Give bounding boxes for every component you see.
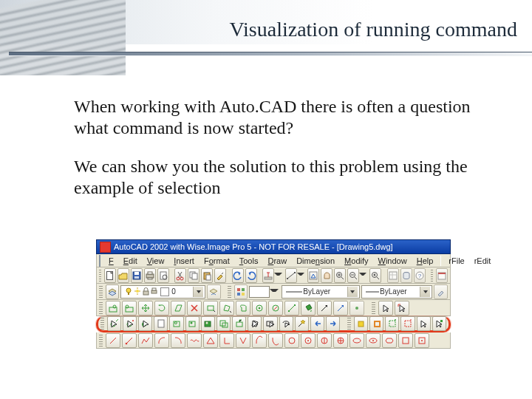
odoc-icon[interactable] (154, 316, 168, 331)
rrotate-icon[interactable] (154, 301, 169, 316)
dsq-icon[interactable] (398, 333, 413, 348)
darc3-icon[interactable] (252, 333, 267, 348)
menu-edit[interactable]: Edit (119, 256, 142, 266)
opick-add-icon[interactable] (123, 316, 137, 331)
optr-add-icon[interactable] (432, 316, 446, 331)
rselpoly-icon[interactable] (219, 301, 234, 316)
menu-redit[interactable]: rEdit (470, 256, 496, 266)
prop-icon[interactable] (387, 268, 399, 283)
rcursor-icon[interactable] (378, 301, 393, 316)
preview-icon[interactable] (157, 268, 169, 283)
toolbar-grip[interactable] (100, 318, 104, 330)
rgrab3-icon[interactable] (268, 301, 283, 316)
obox-o-icon[interactable] (369, 316, 383, 331)
save-icon[interactable] (131, 268, 143, 283)
system-menu-icon[interactable] (99, 255, 100, 267)
layer-prev-icon[interactable] (207, 284, 221, 299)
rbucket-icon[interactable] (301, 301, 316, 316)
open-icon[interactable] (117, 268, 129, 283)
undo-icon[interactable] (232, 268, 244, 283)
rmove-icon[interactable] (138, 301, 153, 316)
cut-icon[interactable] (174, 268, 186, 283)
dshapeL-icon[interactable] (219, 333, 234, 348)
copy-icon[interactable] (188, 268, 200, 283)
rskew-icon[interactable] (171, 301, 185, 316)
dhex-icon[interactable] (382, 333, 397, 348)
oadd-sel-icon[interactable] (385, 316, 399, 331)
today-icon[interactable] (436, 268, 448, 283)
snap-icon[interactable] (262, 268, 274, 283)
omask-out-icon[interactable] (201, 316, 215, 331)
toolbar-grip[interactable] (372, 302, 375, 314)
dell-icon[interactable] (349, 333, 364, 348)
omask-icon[interactable] (169, 316, 183, 331)
orect-icon[interactable] (263, 316, 277, 331)
snap-dropdown-icon[interactable] (274, 273, 282, 279)
orm-sel-icon[interactable] (400, 316, 415, 331)
toolbar-grip-2[interactable] (431, 270, 433, 282)
dwave-icon[interactable] (187, 333, 202, 348)
linetype-dropdown-icon[interactable] (347, 287, 358, 297)
menu-help[interactable]: Help (412, 256, 438, 266)
darc4-icon[interactable] (268, 333, 283, 348)
redraw-icon[interactable] (307, 268, 319, 283)
opoly-icon[interactable] (248, 316, 262, 331)
dell2-icon[interactable] (366, 333, 381, 348)
dcircle3-icon[interactable] (317, 333, 332, 348)
dcircle4-icon[interactable] (333, 333, 348, 348)
menu-view[interactable]: View (143, 256, 169, 266)
dray-icon[interactable] (122, 333, 137, 348)
dist-icon[interactable] (285, 268, 297, 283)
layer-mgr-icon[interactable] (106, 284, 120, 299)
dist-dropdown-icon[interactable] (297, 273, 304, 279)
dpoly-icon[interactable] (138, 333, 153, 348)
rdetect2-icon[interactable] (122, 301, 137, 316)
dline-icon[interactable] (106, 333, 120, 348)
dsq2-icon[interactable] (415, 333, 429, 348)
redo-icon[interactable] (245, 268, 257, 283)
plotstyle-icon[interactable] (434, 284, 448, 299)
color-dlg-icon[interactable] (234, 284, 248, 299)
rvec-icon[interactable] (317, 301, 332, 316)
pan-icon[interactable] (321, 268, 332, 283)
dshapeV-icon[interactable] (236, 333, 250, 348)
dbconn-icon[interactable] (400, 268, 412, 283)
rdetect-icon[interactable] (106, 301, 120, 316)
menu-window[interactable]: Window (374, 256, 412, 266)
menu-modify[interactable]: Modify (340, 256, 372, 266)
color-swatch-bylayer[interactable] (249, 286, 280, 298)
opick-all-icon[interactable] (138, 316, 152, 331)
menu-dimension[interactable]: Dimension (292, 256, 339, 266)
zoom-prev-icon[interactable] (369, 268, 381, 283)
oattach-icon[interactable] (232, 316, 246, 331)
optr-icon[interactable] (417, 316, 431, 331)
rcross-icon[interactable] (187, 301, 202, 316)
darc-icon[interactable] (154, 333, 169, 348)
help-icon[interactable]: ? (414, 268, 426, 283)
menu-insert[interactable]: Insert (169, 256, 199, 266)
new-icon[interactable] (104, 268, 116, 283)
zoom-dropdown-icon[interactable] (359, 273, 366, 279)
rvec2-icon[interactable] (333, 301, 348, 316)
linetype-combo[interactable]: ByLayer (282, 285, 360, 299)
omask-in-icon[interactable] (185, 316, 200, 331)
rrect-icon[interactable] (203, 301, 218, 316)
menu-format[interactable]: Format (200, 256, 234, 266)
omagic-icon[interactable] (295, 316, 309, 331)
print-icon[interactable] (144, 268, 156, 283)
darc2-icon[interactable] (171, 333, 185, 348)
menu-file[interactable]: F (104, 256, 118, 266)
match-icon[interactable] (214, 268, 226, 283)
rgrab4-icon[interactable] (284, 301, 299, 316)
omask-clip-icon[interactable] (216, 316, 231, 331)
obox-y-icon[interactable] (354, 316, 368, 331)
toolbar-grip[interactable] (99, 270, 101, 282)
paste-icon[interactable] (201, 268, 213, 283)
toolbar-grip[interactable] (347, 318, 351, 330)
rgrab1-icon[interactable] (236, 301, 250, 316)
layer-dropdown-icon[interactable] (193, 287, 203, 297)
dcircle1-icon[interactable] (284, 333, 299, 348)
rcursorset-icon[interactable] (395, 301, 409, 316)
oarrow-r-icon[interactable] (326, 316, 340, 331)
menu-rfile[interactable]: rFile (444, 256, 468, 266)
